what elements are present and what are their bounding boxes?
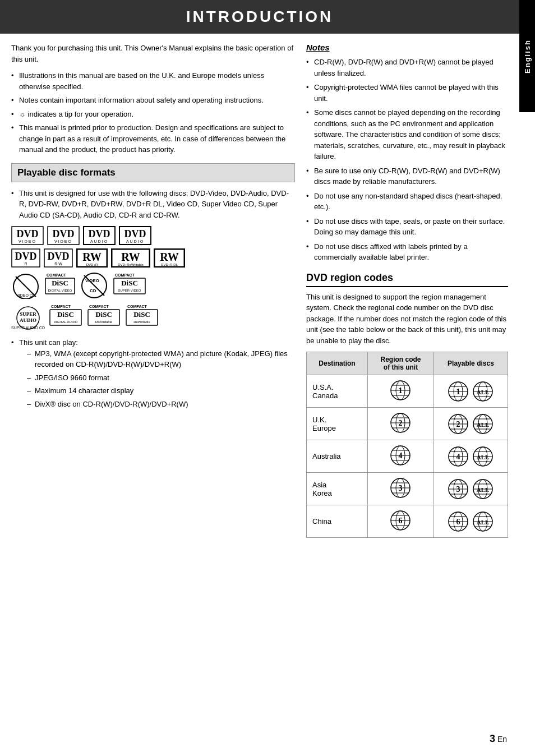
svg-text:CD: CD <box>90 288 96 293</box>
intro-bullet-list: Illustrations in this manual are based o… <box>11 70 295 155</box>
table-row: U.S.A.Canada 1 <box>307 375 508 408</box>
svg-text:4: 4 <box>456 453 460 461</box>
svg-text:AUDIO: AUDIO <box>90 239 108 243</box>
svg-text:DiSC: DiSC <box>121 279 138 287</box>
svg-text:DVD+ReWritable: DVD+ReWritable <box>118 263 144 266</box>
svg-text:COMPACT: COMPACT <box>115 273 135 277</box>
logo-row-1: DVD VIDEO DVD VIDEO DVD AUDIO <box>11 226 295 245</box>
svg-text:ALL: ALL <box>477 519 490 525</box>
page-num-suffix: En <box>497 735 507 744</box>
svg-text:2: 2 <box>456 420 460 428</box>
compact-disc-super-video: COMPACT DiSC SUPER VIDEO <box>112 271 147 299</box>
svg-text:DVD: DVD <box>53 228 75 239</box>
dest-asia: AsiaKorea <box>307 473 368 505</box>
region-code-uk: 2 <box>368 408 434 440</box>
svg-text:ALL: ALL <box>477 421 490 428</box>
dvd-rw-logo: DVD R W <box>44 248 73 268</box>
svg-text:COMPACT: COMPACT <box>51 305 71 308</box>
content-wrapper: Thank you for purchasing this unit. This… <box>0 34 519 547</box>
notes-item-1: CD-R(W), DVD-R(W) and DVD+R(W) cannot be… <box>306 57 508 79</box>
dest-usa: U.S.A.Canada <box>307 375 368 408</box>
svg-text:SUPER: SUPER <box>20 311 36 317</box>
svg-text:COMPACT: COMPACT <box>127 305 147 308</box>
svg-text:SUPER VIDEO: SUPER VIDEO <box>118 289 141 292</box>
disc-formats-text: This unit is designed for use with the f… <box>11 188 295 221</box>
dvdplus-rw-logo: RW DVD+ReWritable <box>111 248 150 268</box>
svg-text:DiSC: DiSC <box>133 310 150 319</box>
can-play-item: This unit can play: MP3, WMA (except cop… <box>11 337 295 409</box>
playable-australia: 4 ALL <box>433 440 508 473</box>
playable-disc-formats-heading: Playable disc formats <box>11 163 295 182</box>
dvd-audio-logo-1: DVD AUDIO <box>83 226 116 245</box>
notes-item-6: Do not use discs with tape, seals, or pa… <box>306 216 508 238</box>
playable-asia: 3 ALL <box>433 473 508 505</box>
side-tab-label: English <box>523 39 532 73</box>
table-row: U.K.Europe 2 <box>307 408 508 440</box>
dvd-region-codes-desc: This unit is designed to support the reg… <box>306 292 508 347</box>
intro-bullet-4: This manual is printed prior to producti… <box>11 122 295 155</box>
svg-text:3: 3 <box>456 485 460 494</box>
svg-text:DVD: DVD <box>17 228 39 239</box>
svg-text:SUPER AUDIO CD: SUPER AUDIO CD <box>11 326 45 330</box>
svg-text:RW: RW <box>160 251 179 263</box>
svg-text:DiSC: DiSC <box>52 279 68 287</box>
svg-text:DiSC: DiSC <box>95 310 112 319</box>
table-row: AsiaKorea 3 <box>307 473 508 505</box>
notes-item-5: Do not use any non-standard shaped discs… <box>306 191 508 213</box>
dvdplus-r-logo: RW DVD+R <box>76 248 108 268</box>
table-row: China 6 <box>307 505 508 538</box>
notes-title: Notes <box>306 43 508 52</box>
super-audio-cd-logo: SUPER AUDIO SUPER AUDIO CD <box>11 302 45 330</box>
svg-text:R W: R W <box>54 262 62 266</box>
svg-text:COMPACT: COMPACT <box>89 305 109 308</box>
intro-bullet-3: ☼ indicates a tip for your operation. <box>11 109 295 120</box>
col-region-code: Region codeof this unit <box>368 352 434 375</box>
svg-text:ALL: ALL <box>477 454 490 460</box>
compact-disc-digital-audio: COMPACT DiSC DIGITAL AUDIO <box>48 302 83 330</box>
svg-text:ALL: ALL <box>477 389 490 395</box>
dest-australia: Australia <box>307 440 368 473</box>
svg-text:DVD: DVD <box>48 251 70 262</box>
svg-text:VIDEO: VIDEO <box>54 239 72 243</box>
playable-disc-formats-title: Playable disc formats <box>17 167 289 178</box>
video-cd-slash-logo: VIDEO CD <box>80 271 109 299</box>
playable-usa: 1 ALL <box>433 375 508 408</box>
notes-item-4: Be sure to use only CD-R(W), DVD-R(W) an… <box>306 165 508 187</box>
notes-item-2: Copyright-protected WMA files cannot be … <box>306 82 508 104</box>
right-column: Notes CD-R(W), DVD-R(W) and DVD+R(W) can… <box>306 43 508 538</box>
left-column: Thank you for purchasing this unit. This… <box>11 43 295 538</box>
svg-text:AUDIO: AUDIO <box>20 317 36 323</box>
svg-text:3: 3 <box>399 484 403 492</box>
table-row: Australia 4 <box>307 440 508 473</box>
disc-logos-section: DVD VIDEO DVD VIDEO DVD AUDIO <box>11 226 295 330</box>
compact-disc-rewritable: COMPACT DiSC ReWritable <box>124 302 159 330</box>
video-cd-logo: VIDEO CD <box>11 271 40 299</box>
playable-china: 6 ALL <box>433 505 508 538</box>
col-destination: Destination <box>307 352 368 375</box>
dest-uk: U.K.Europe <box>307 408 368 440</box>
svg-text:VIDEO CD: VIDEO CD <box>16 293 35 297</box>
dvd-region-codes-title: DVD region codes <box>306 272 508 287</box>
notes-item-3: Some discs cannot be played depending on… <box>306 107 508 162</box>
svg-text:DIGITAL AUDIO: DIGITAL AUDIO <box>53 320 77 324</box>
can-play-sub-1: MP3, WMA (except copyright-protected WMA… <box>27 348 295 370</box>
can-play-sub-2: JPEG/ISO 9660 format <box>27 372 295 384</box>
dvd-video-logo-2: DVD VIDEO <box>47 226 80 245</box>
dvd-r-logo: DVD R <box>11 248 40 268</box>
svg-text:R: R <box>24 262 27 266</box>
table-header-row: Destination Region codeof this unit Play… <box>307 352 508 375</box>
can-play-sub-list: MP3, WMA (except copyright-protected WMA… <box>27 348 295 410</box>
svg-text:RW: RW <box>82 251 102 263</box>
intro-bullet-2: Notes contain important information abou… <box>11 95 295 106</box>
svg-text:VIDEO: VIDEO <box>19 239 36 243</box>
page-num-bold: 3 <box>490 733 495 744</box>
page-header: INTRODUCTION <box>0 0 519 34</box>
intro-bullet-1: Illustrations in this manual are based o… <box>11 70 295 92</box>
svg-text:1: 1 <box>399 386 403 395</box>
notes-list: CD-R(W), DVD-R(W) and DVD+R(W) cannot be… <box>306 57 508 263</box>
svg-text:ALL: ALL <box>477 486 490 493</box>
logo-row-4: SUPER AUDIO SUPER AUDIO CD COMPACT DiSC … <box>11 302 295 330</box>
page-number: 3 En <box>490 733 507 745</box>
svg-text:DiSC: DiSC <box>57 310 74 319</box>
svg-text:6: 6 <box>399 517 403 525</box>
